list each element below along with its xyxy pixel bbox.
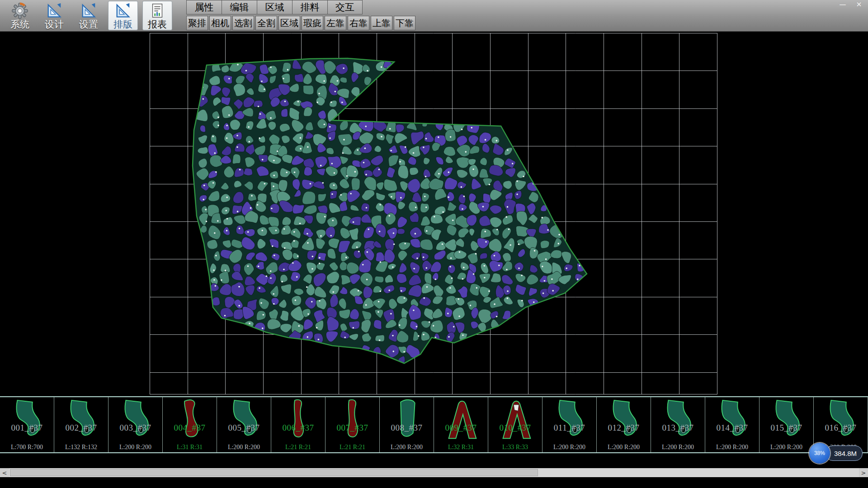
part-thumbnail-002_#37[interactable]: 002_#37L:132 R:132 [54, 397, 108, 452]
horizontal-scrollbar[interactable]: < > [0, 468, 868, 477]
nesting-workspace [0, 32, 868, 396]
part-name: 006_#37 [271, 423, 325, 433]
part-name: 011_#37 [542, 423, 596, 433]
part-counts: L:33 R:33 [488, 444, 542, 451]
part-shape [659, 398, 698, 442]
part-thumbnail-007_#37[interactable]: 007_#37L:21 R:21 [326, 397, 380, 452]
part-shape [604, 398, 643, 442]
part-shape [387, 398, 426, 442]
scrollbar-thumb[interactable] [10, 469, 538, 476]
part-counts: L:132 R:132 [54, 444, 108, 451]
part-thumbnail-010_#37[interactable]: 010_#37L:33 R:33 [488, 397, 542, 452]
menu-area: 属性 编辑 区域 排料 交互 聚排 相机 选割 全割 区域 瑕疵 左靠 右靠 上… [186, 0, 415, 31]
part-thumbnail-008_#37[interactable]: 008_#37L:200 R:200 [380, 397, 434, 452]
toolbar: 系统 设计 [0, 0, 868, 32]
part-shape [8, 398, 47, 442]
ribbon-tab-settings[interactable]: 设置 [74, 1, 104, 30]
scroll-left-arrow[interactable]: < [0, 468, 9, 477]
part-shape [821, 398, 860, 442]
set-square-icon [114, 2, 132, 19]
part-name: 003_#37 [108, 423, 162, 433]
tool-button-bar: 聚排 相机 选割 全割 区域 瑕疵 左靠 右靠 上靠 下靠 [186, 14, 415, 31]
gear-icon [11, 2, 28, 19]
part-thumbnail-013_#37[interactable]: 013_#37L:200 R:200 [651, 397, 705, 452]
part-shape [62, 398, 101, 442]
menu-tab-region[interactable]: 区域 [257, 0, 292, 14]
part-thumbnail-011_#37[interactable]: 011_#37L:200 R:200 [542, 397, 597, 452]
ribbon-tab-nesting[interactable]: 排版 [108, 1, 138, 30]
part-thumbnail-015_#37[interactable]: 015_#37L:200 R:200 [760, 397, 814, 452]
part-shape [225, 398, 264, 442]
part-shape [442, 398, 481, 442]
close-button[interactable]: ✕ [854, 0, 864, 9]
tool-button-region[interactable]: 区域 [278, 16, 300, 30]
part-shape [767, 398, 806, 442]
part-thumbnail-005_#37[interactable]: 005_#37L:200 R:200 [217, 397, 271, 452]
part-name: 015_#37 [760, 423, 813, 433]
tool-button-defect[interactable]: 瑕疵 [302, 16, 323, 30]
tool-button-cut-all[interactable]: 全割 [255, 16, 277, 30]
part-counts: L:32 R:31 [434, 444, 488, 451]
part-thumbnail-001_#37[interactable]: 001_#37L:700 R:700 [0, 397, 54, 452]
part-counts: L:200 R:200 [108, 444, 162, 451]
ribbon-tab-report[interactable]: 报表 [142, 1, 172, 30]
nesting-canvas[interactable] [0, 32, 868, 396]
part-thumbnail-012_#37[interactable]: 012_#37L:200 R:200 [597, 397, 651, 452]
ribbon-tab-label: 设计 [45, 20, 64, 29]
part-counts: L:700 R:700 [0, 444, 54, 451]
ribbon-tab-system[interactable]: 系统 [5, 1, 35, 30]
menu-tab-interaction[interactable]: 交互 [327, 0, 363, 14]
tool-button-camera[interactable]: 相机 [209, 16, 231, 30]
part-shape [496, 398, 535, 442]
part-counts: L:200 R:200 [705, 444, 759, 451]
tool-button-cluster-nest[interactable]: 聚排 [186, 16, 208, 30]
tool-button-align-top[interactable]: 上靠 [371, 16, 392, 30]
part-name: 014_#37 [705, 423, 759, 433]
tool-button-align-bottom[interactable]: 下靠 [394, 16, 415, 30]
part-shape [713, 398, 752, 442]
tool-button-align-right[interactable]: 右靠 [348, 16, 369, 30]
part-name: 016_#37 [814, 423, 868, 433]
memory-value: 384.8M [826, 446, 863, 461]
part-thumbnail-009_#37[interactable]: 009_#37L:32 R:31 [434, 397, 488, 452]
part-name: 004_#37 [163, 423, 217, 433]
memory-status-badge: 38% 384.8M [809, 443, 863, 464]
progress-circle: 38% [809, 443, 830, 464]
part-counts: L:200 R:200 [760, 444, 813, 451]
part-name: 008_#37 [380, 423, 434, 433]
scrollbar-track[interactable] [9, 468, 859, 477]
report-icon [149, 2, 166, 19]
part-counts: L:31 R:31 [163, 444, 217, 451]
part-shape [279, 398, 318, 442]
part-counts: L:200 R:200 [597, 444, 651, 451]
part-counts: L:21 R:21 [326, 444, 379, 451]
menu-tab-edit[interactable]: 编辑 [222, 0, 257, 14]
part-name: 005_#37 [217, 423, 271, 433]
part-name: 010_#37 [488, 423, 542, 433]
ribbon-tab-label: 系统 [10, 20, 29, 29]
part-name: 007_#37 [326, 423, 379, 433]
part-thumbnail-014_#37[interactable]: 014_#37L:200 R:200 [705, 397, 760, 452]
part-thumbnail-006_#37[interactable]: 006_#37L:21 R:21 [271, 397, 326, 452]
part-name: 009_#37 [434, 423, 488, 433]
window-controls: — ✕ [837, 0, 864, 9]
ribbon-tab-label: 设置 [79, 20, 98, 29]
part-counts: L:200 R:200 [380, 444, 434, 451]
menu-tab-bar: 属性 编辑 区域 排料 交互 [186, 0, 415, 14]
part-name: 013_#37 [651, 423, 705, 433]
menu-tab-nest[interactable]: 排料 [292, 0, 327, 14]
part-thumbnail-003_#37[interactable]: 003_#37L:200 R:200 [108, 397, 163, 452]
ribbon-tab-label: 报表 [148, 20, 167, 29]
part-shape [170, 398, 209, 442]
tool-button-select-cut[interactable]: 选割 [232, 16, 254, 30]
ribbon-tab-design[interactable]: 设计 [39, 1, 69, 30]
part-thumbnail-004_#37[interactable]: 004_#37L:31 R:31 [163, 397, 217, 452]
part-shape [333, 398, 372, 442]
part-counts: L:200 R:200 [542, 444, 596, 451]
minimize-button[interactable]: — [837, 0, 848, 9]
menu-tab-properties[interactable]: 属性 [186, 0, 222, 14]
tool-button-align-left[interactable]: 左靠 [325, 16, 346, 30]
part-counts: L:200 R:200 [651, 444, 705, 451]
scroll-right-arrow[interactable]: > [859, 468, 868, 477]
main-icon-bar: 系统 设计 [0, 0, 175, 31]
